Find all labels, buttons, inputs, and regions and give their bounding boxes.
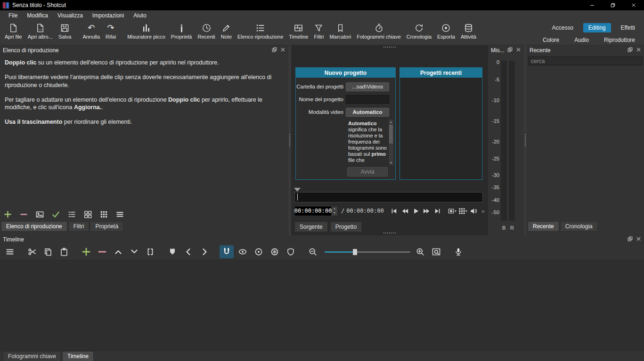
volume-button[interactable] bbox=[468, 206, 479, 216]
timecode-current[interactable]: 00:00:00:00 bbox=[294, 206, 332, 216]
tasks-button[interactable]: Attività bbox=[458, 22, 479, 40]
prev-marker-button[interactable] bbox=[181, 245, 196, 258]
tab-properties[interactable]: Proprietà bbox=[90, 221, 123, 232]
playlist-button[interactable]: Elenco riproduzione bbox=[235, 22, 286, 40]
keyframes-button[interactable]: Fotogrammi chiave bbox=[354, 22, 404, 40]
grid-button[interactable]: ▾ bbox=[457, 206, 468, 216]
layout-tab-color[interactable]: Colore bbox=[538, 35, 564, 45]
tab-timeline[interactable]: Timeline bbox=[62, 351, 94, 361]
tab-filters[interactable]: Filtri bbox=[68, 221, 90, 232]
menu-settings[interactable]: Impostazioni bbox=[88, 11, 129, 20]
seek-bar[interactable] bbox=[294, 192, 483, 202]
paste-button[interactable] bbox=[57, 245, 71, 258]
playlist-update-button[interactable] bbox=[35, 209, 45, 219]
zoom-fit-button[interactable] bbox=[429, 245, 443, 258]
tab-history[interactable]: Cronologia bbox=[560, 221, 598, 232]
more-controls-icon[interactable]: » bbox=[481, 208, 485, 215]
spin-up-icon[interactable]: ▴ bbox=[332, 207, 337, 211]
float-panel-icon[interactable] bbox=[628, 47, 633, 54]
projects-folder-button[interactable]: ...sad\Videos bbox=[346, 82, 389, 91]
tab-project[interactable]: Progetto bbox=[330, 222, 362, 232]
undo-button[interactable]: ↶ Annulla bbox=[80, 22, 103, 40]
marker-button[interactable] bbox=[165, 245, 179, 258]
tab-source[interactable]: Sorgente bbox=[294, 222, 328, 232]
close-panel-icon[interactable] bbox=[636, 236, 641, 243]
skip-end-button[interactable] bbox=[432, 206, 443, 216]
float-panel-icon[interactable] bbox=[272, 47, 277, 54]
layout-tab-fx[interactable]: Effetti bbox=[616, 23, 640, 32]
timeline-zoom-slider[interactable] bbox=[325, 247, 410, 257]
view-details-button[interactable] bbox=[67, 209, 77, 219]
float-panel-icon[interactable] bbox=[628, 236, 633, 243]
project-name-field[interactable] bbox=[346, 95, 389, 104]
copy-button[interactable] bbox=[41, 245, 55, 258]
open-file-button[interactable]: Apri file bbox=[2, 22, 25, 40]
open-other-button[interactable]: Apri altro... bbox=[25, 22, 56, 40]
lift-button[interactable] bbox=[111, 245, 125, 258]
menu-help[interactable]: Aiuto bbox=[129, 11, 151, 20]
append-button[interactable] bbox=[79, 245, 93, 258]
scrollbar-thumb[interactable] bbox=[389, 125, 393, 144]
export-button[interactable]: Esporta bbox=[434, 22, 458, 40]
next-marker-button[interactable] bbox=[197, 245, 212, 258]
ripple-markers-button[interactable] bbox=[284, 245, 298, 258]
restore-button[interactable] bbox=[603, 0, 623, 10]
properties-button[interactable]: Proprietà bbox=[168, 22, 195, 40]
timeline-button[interactable]: Timeline bbox=[286, 22, 311, 40]
ripple-button[interactable] bbox=[252, 245, 266, 258]
redo-button[interactable]: ↷ Rifai bbox=[103, 22, 119, 40]
timecode-spinner[interactable]: ▴ ▾ bbox=[332, 206, 338, 216]
layout-tab-logging[interactable]: Accesso bbox=[546, 23, 578, 32]
menu-edit[interactable]: Modifica bbox=[22, 11, 53, 20]
markers-button[interactable]: Marcatori bbox=[326, 22, 354, 40]
close-panel-icon[interactable] bbox=[516, 47, 521, 54]
menu-file[interactable]: File bbox=[4, 11, 22, 20]
split-button[interactable] bbox=[143, 245, 157, 258]
float-panel-icon[interactable] bbox=[507, 47, 513, 54]
playhead-icon[interactable] bbox=[294, 188, 301, 192]
minimize-button[interactable] bbox=[582, 0, 603, 10]
history-button[interactable]: Cronologia bbox=[404, 22, 434, 40]
filters-button[interactable]: Filtri bbox=[311, 22, 326, 40]
layout-tab-editing[interactable]: Editing bbox=[583, 23, 611, 32]
playlist-apply-button[interactable] bbox=[51, 209, 61, 219]
play-button[interactable] bbox=[410, 206, 421, 216]
ripple-all-tracks-button[interactable] bbox=[268, 245, 282, 258]
tab-keyframes[interactable]: Fotogrammi chiave bbox=[3, 351, 61, 361]
notes-button[interactable]: Note bbox=[218, 22, 235, 40]
close-panel-icon[interactable] bbox=[280, 47, 285, 54]
peak-meter-button[interactable]: Misuratore picco bbox=[124, 22, 168, 40]
search-input[interactable] bbox=[528, 56, 643, 65]
skip-start-button[interactable] bbox=[389, 206, 399, 216]
playlist-remove-button[interactable] bbox=[19, 209, 29, 219]
timeline-menu-button[interactable] bbox=[3, 245, 17, 258]
description-scrollbar[interactable]: ▲ ▼ bbox=[388, 120, 393, 165]
view-icons-button[interactable] bbox=[99, 209, 109, 219]
playlist-add-button[interactable] bbox=[3, 209, 13, 219]
zoom-in-button[interactable] bbox=[413, 245, 427, 258]
scrub-while-dragging-button[interactable] bbox=[236, 245, 250, 258]
tab-playlist[interactable]: Elenco di riproduzione bbox=[1, 221, 67, 232]
record-audio-button[interactable] bbox=[451, 245, 465, 258]
cut-button[interactable] bbox=[25, 245, 39, 258]
scroll-up-icon[interactable]: ▲ bbox=[389, 120, 393, 124]
slider-handle[interactable] bbox=[353, 249, 357, 255]
layout-tab-player[interactable]: Riproduttore bbox=[599, 35, 640, 45]
close-panel-icon[interactable] bbox=[636, 47, 641, 54]
snap-button[interactable] bbox=[220, 245, 234, 258]
zoom-out-button[interactable] bbox=[306, 245, 320, 258]
splitter-handle-icon[interactable] bbox=[383, 47, 396, 48]
layout-tab-audio[interactable]: Audio bbox=[569, 35, 594, 45]
view-tiles-button[interactable] bbox=[83, 209, 93, 219]
video-mode-button[interactable]: Automatico bbox=[346, 108, 389, 117]
spin-down-icon[interactable]: ▾ bbox=[332, 211, 337, 216]
splitter-handle-icon[interactable] bbox=[383, 233, 396, 233]
scroll-down-icon[interactable]: ▼ bbox=[389, 160, 393, 165]
menu-view[interactable]: Visualizza bbox=[53, 11, 88, 20]
save-button[interactable]: Salva bbox=[56, 22, 74, 40]
recent-button[interactable]: Recenti bbox=[195, 22, 218, 40]
close-button[interactable] bbox=[623, 0, 644, 10]
ripple-delete-button[interactable] bbox=[95, 245, 109, 258]
timeline-tracks-area[interactable] bbox=[0, 260, 644, 351]
fast-forward-button[interactable] bbox=[421, 206, 432, 216]
